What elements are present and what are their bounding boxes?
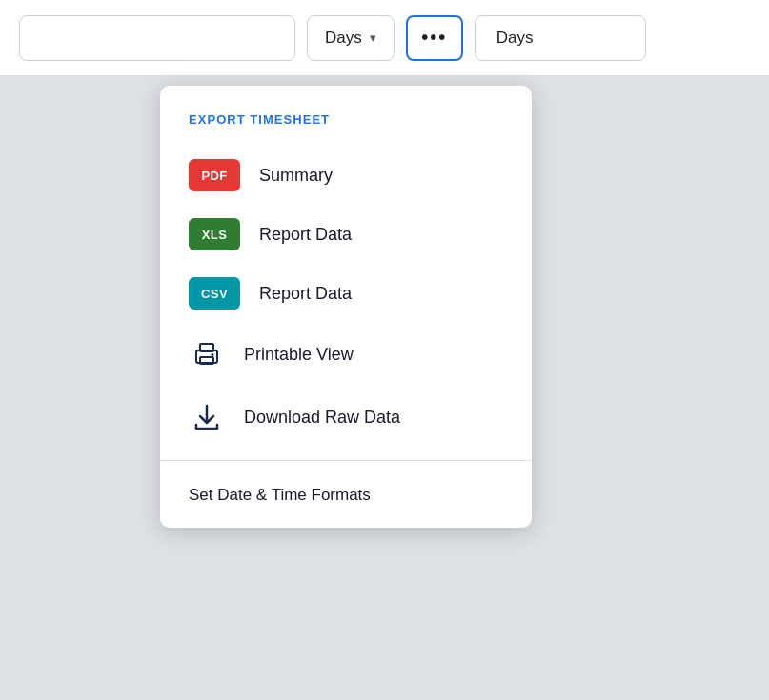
days-left-label: Days (325, 29, 362, 48)
dropdown-title: EXPORT TIMESHEET (160, 112, 532, 146)
printable-view-item[interactable]: Printable View (160, 323, 532, 386)
csv-label: Report Data (259, 284, 352, 304)
printable-view-label: Printable View (244, 345, 354, 365)
days-right-label: Days (496, 29, 534, 48)
set-date-format-label: Set Date & Time Formats (189, 486, 371, 504)
more-label: ••• (421, 27, 447, 49)
print-icon (189, 336, 225, 372)
more-button[interactable]: ••• (406, 15, 463, 61)
toolbar-input[interactable] (19, 15, 295, 61)
download-raw-item[interactable]: Download Raw Data (160, 386, 532, 449)
download-raw-label: Download Raw Data (244, 408, 400, 428)
export-csv-item[interactable]: CSV Report Data (160, 264, 532, 323)
chevron-down-icon: ▾ (370, 30, 376, 45)
xls-label: Report Data (259, 225, 352, 245)
svg-point-3 (212, 353, 214, 356)
toolbar: Days ▾ ••• Days (0, 0, 769, 76)
pdf-badge: PDF (189, 159, 240, 191)
export-dropdown: EXPORT TIMESHEET PDF Summary XLS Report … (160, 86, 532, 528)
set-date-format-item[interactable]: Set Date & Time Formats (160, 472, 532, 528)
csv-badge: CSV (189, 277, 240, 310)
dropdown-divider (160, 460, 532, 461)
pdf-label: Summary (259, 166, 333, 186)
export-xls-item[interactable]: XLS Report Data (160, 205, 532, 264)
days-right-button[interactable]: Days (475, 15, 646, 61)
xls-badge: XLS (189, 218, 240, 250)
export-pdf-item[interactable]: PDF Summary (160, 146, 532, 205)
days-left-button[interactable]: Days ▾ (307, 15, 395, 61)
download-icon (189, 399, 225, 435)
